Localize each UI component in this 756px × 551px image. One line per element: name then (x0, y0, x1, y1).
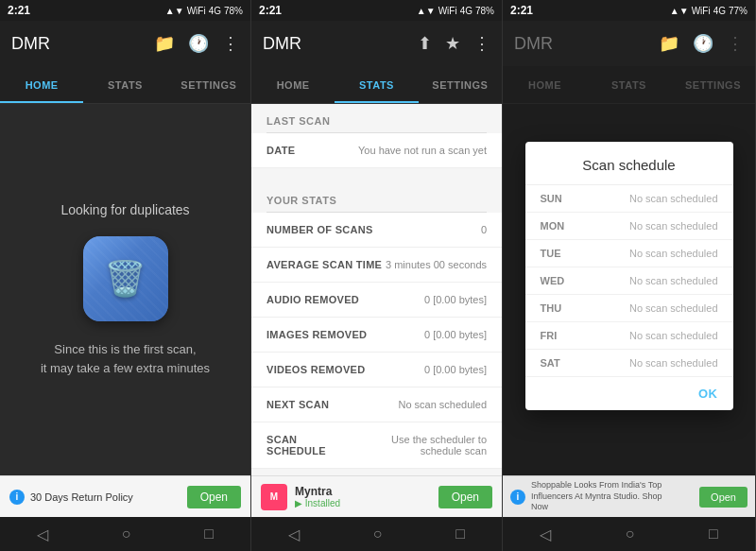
tab-settings-1[interactable]: SETTINGS (167, 66, 250, 103)
tab-stats-1[interactable]: STATS (83, 66, 166, 103)
dialog-ok-button[interactable]: OK (698, 387, 718, 401)
tab-bar-1: HOME STATS SETTINGS (0, 66, 250, 104)
home-nav-btn-2[interactable]: ○ (373, 525, 383, 542)
back-nav-btn[interactable]: ◁ (37, 525, 48, 543)
network-icon-3: 4G (713, 6, 726, 16)
tab-home-2[interactable]: HOME (251, 66, 335, 103)
day-fri: FRI (541, 330, 569, 341)
tab-bar-3: HOME STATS SETTINGS (503, 66, 755, 104)
stats-row-num-scans: NUMBER OF SCANS 0 (251, 213, 502, 248)
images-removed-label: IMAGES REMOVED (266, 329, 367, 340)
back-nav-btn-2[interactable]: ◁ (288, 525, 300, 543)
app-bar-2: DMR ⬆ ★ ⋮ (251, 21, 502, 66)
avg-time-label: AVERAGE SCAN TIME (266, 259, 382, 270)
battery-icon-3: 77% (729, 6, 747, 16)
scan-schedule-dialog: Scan schedule SUN No scan scheduled MON … (525, 142, 733, 410)
history-icon-3: 🕐 (693, 33, 713, 54)
tab-home-1[interactable]: HOME (0, 66, 83, 103)
app-actions-2: ⬆ ★ ⋮ (418, 33, 490, 54)
folder-icon-3: 📁 (659, 33, 679, 54)
schedule-fri: No scan scheduled (629, 330, 718, 341)
recents-nav-btn-3[interactable]: □ (709, 525, 718, 542)
home-content: Looking for duplicates 🗑️ Since this is … (0, 104, 250, 475)
tab-stats-2[interactable]: STATS (335, 66, 418, 103)
audio-removed-value: 0 [0.00 bytes] (424, 294, 487, 305)
ad-open-button-1[interactable]: Open (187, 486, 241, 508)
ad-open-button-3[interactable]: Open (699, 487, 747, 508)
star-icon[interactable]: ★ (445, 33, 460, 54)
more-icon[interactable]: ⋮ (222, 33, 239, 54)
status-icons-1: ▲▼ WiFi 4G 78% (165, 6, 243, 16)
dialog-actions: OK (525, 377, 733, 410)
share-icon[interactable]: ⬆ (418, 33, 432, 54)
dialog-row-fri: FRI No scan scheduled (525, 322, 733, 350)
stats-content: LAST SCAN DATE You have not run a scan y… (251, 104, 502, 475)
next-scan-value: No scan scheduled (398, 399, 487, 410)
scan-schedule-label: SCAN SCHEDULE (266, 434, 354, 456)
ad-left-3: i Shoppable Looks From India's Top Influ… (510, 480, 663, 513)
status-bar-3: 2:21 ▲▼ WiFi 4G 77% (503, 0, 755, 21)
app-title-3: DMR (514, 34, 553, 54)
videos-removed-label: VIDEOS REMOVED (266, 364, 365, 375)
ad-bar-1: i 30 Days Return Policy Open (0, 475, 250, 517)
history-icon[interactable]: 🕐 (188, 33, 209, 54)
dialog-overlay: Scan schedule SUN No scan scheduled MON … (503, 104, 755, 475)
home-nav-btn[interactable]: ○ (122, 525, 131, 542)
trash-icon: 🗑️ (104, 259, 146, 299)
day-tue: TUE (541, 248, 569, 259)
nav-bar-3: ◁ ○ □ (503, 517, 755, 551)
num-scans-label: NUMBER OF SCANS (266, 224, 373, 235)
folder-icon[interactable]: 📁 (154, 33, 175, 54)
ad-bar-3: i Shoppable Looks From India's Top Influ… (503, 475, 755, 517)
stats-row-next-scan: NEXT SCAN No scan scheduled (251, 387, 502, 422)
app-actions-3: 📁 🕐 ⋮ (659, 33, 744, 54)
tab-settings-2[interactable]: SETTINGS (419, 66, 502, 103)
ad-text-group-2: Myntra ▶ Installed (295, 485, 340, 508)
first-scan-text: Since this is the first scan,it may take… (41, 340, 210, 377)
dialog-row-tue: TUE No scan scheduled (525, 240, 733, 267)
day-wed: WED (541, 275, 569, 286)
dialog-row-sat: SAT No scan scheduled (525, 350, 733, 377)
signal-icon: ▲▼ (165, 6, 184, 16)
battery-icon: 78% (224, 6, 243, 16)
videos-removed-value: 0 [0.00 bytes] (424, 364, 487, 375)
tab-stats-3: STATS (587, 66, 671, 103)
back-nav-btn-3[interactable]: ◁ (540, 525, 551, 543)
dialog-row-mon: MON No scan scheduled (525, 213, 733, 240)
spacer-1 (251, 168, 502, 183)
app-title-2: DMR (263, 34, 301, 54)
stats-row-images: IMAGES REMOVED 0 [0.00 bytes] (251, 318, 502, 353)
myntra-brand-name: Myntra (295, 485, 340, 498)
home-nav-btn-3[interactable]: ○ (626, 525, 635, 542)
date-value: You have not run a scan yet (358, 145, 487, 156)
ad-open-button-2[interactable]: Open (438, 486, 492, 508)
ad-left-2: M Myntra ▶ Installed (261, 484, 340, 510)
status-time-3: 2:21 (510, 4, 533, 17)
network-icon: 4G (209, 6, 221, 16)
app-title-1: DMR (11, 34, 50, 54)
dialog-title: Scan schedule (525, 157, 733, 185)
signal-icon-2: ▲▼ (417, 6, 436, 16)
myntra-installed-label: ▶ Installed (295, 498, 340, 508)
panel-2: 2:21 ▲▼ WiFi 4G 78% DMR ⬆ ★ ⋮ HOME STATS… (251, 0, 503, 551)
schedule-sat: No scan scheduled (629, 357, 718, 369)
stats-row-avg-time: AVERAGE SCAN TIME 3 minutes 00 seconds (251, 248, 502, 283)
recents-nav-btn[interactable]: □ (204, 525, 214, 542)
status-time-2: 2:21 (259, 4, 282, 17)
num-scans-value: 0 (481, 224, 487, 235)
dialog-row-sun: SUN No scan scheduled (525, 185, 733, 213)
status-bar-2: 2:21 ▲▼ WiFi 4G 78% (251, 0, 502, 21)
more-icon-3: ⋮ (727, 33, 744, 54)
wifi-icon: WiFi (187, 6, 206, 16)
images-removed-value: 0 [0.00 bytes] (424, 329, 487, 340)
day-mon: MON (541, 220, 569, 232)
dialog-row-wed: WED No scan scheduled (525, 267, 733, 295)
ad-text-1: 30 Days Return Policy (30, 491, 133, 503)
more-icon-2[interactable]: ⋮ (473, 33, 490, 54)
recents-nav-btn-2[interactable]: □ (455, 525, 465, 542)
stats-row-audio: AUDIO REMOVED 0 [0.00 bytes] (251, 283, 502, 318)
day-thu: THU (541, 302, 569, 314)
audio-removed-label: AUDIO REMOVED (266, 294, 359, 305)
tab-home-3: HOME (503, 66, 587, 103)
ad-bar-2: M Myntra ▶ Installed Open (251, 475, 502, 517)
